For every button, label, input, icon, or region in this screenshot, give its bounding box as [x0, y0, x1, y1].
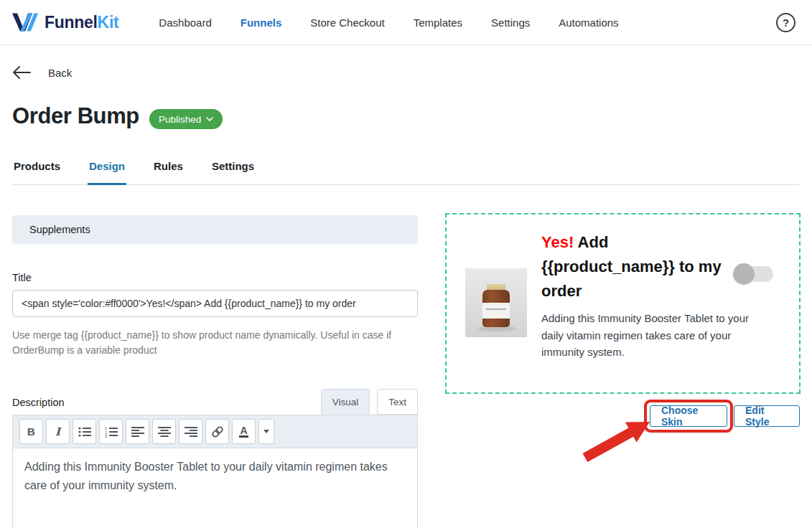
editor-toolbar: B I 123 A: [12, 415, 418, 448]
bold-icon: B: [27, 425, 35, 438]
funnelkit-logo-icon: [12, 11, 38, 33]
title-input[interactable]: [12, 290, 418, 317]
toggle-knob: [733, 263, 755, 285]
order-bump-preview: Yes! Add {{product_name}} to my order Ad…: [445, 213, 801, 394]
main-nav: Dashboard Funnels Store Checkout Templat…: [159, 16, 618, 29]
svg-text:3: 3: [105, 434, 107, 438]
description-header-row: Description Visual Text: [12, 389, 418, 415]
preview-text-block: Yes! Add {{product_name}} to my order Ad…: [541, 230, 784, 361]
text-color-icon: A: [239, 425, 248, 438]
supplement-bottle-graphic: [482, 290, 510, 327]
nav-item-settings[interactable]: Settings: [491, 16, 530, 29]
help-icon[interactable]: ?: [776, 13, 795, 32]
status-badge[interactable]: Published: [149, 109, 223, 129]
text-color-button[interactable]: A: [232, 419, 256, 444]
annotation-arrow-icon: [574, 410, 655, 465]
editor-tab-visual[interactable]: Visual: [321, 389, 370, 415]
design-form-panel: Supplements Title Use merge tag {{produc…: [12, 215, 418, 528]
align-left-button[interactable]: [126, 419, 149, 444]
align-left-icon: [131, 426, 144, 438]
link-icon: [211, 425, 224, 438]
description-field-label: Description: [12, 397, 65, 415]
title-help-text: Use merge tag {{product_name}} to show p…: [12, 328, 414, 357]
preview-description: Adding this Immunity Booster Tablet to y…: [541, 310, 767, 361]
align-center-icon: [158, 426, 171, 438]
title-field-label: Title: [12, 272, 418, 283]
numbered-list-icon: 123: [105, 426, 118, 438]
editor-mode-tabs: Visual Text: [321, 389, 418, 415]
product-section-header[interactable]: Supplements: [12, 215, 418, 244]
order-bump-design-page: FunnelKit Dashboard Funnels Store Checko…: [0, 0, 812, 528]
align-right-icon: [185, 426, 197, 438]
italic-button[interactable]: I: [46, 419, 70, 444]
nav-item-funnels[interactable]: Funnels: [241, 16, 282, 29]
tab-rules[interactable]: Rules: [152, 157, 185, 185]
tab-products[interactable]: Products: [12, 157, 62, 185]
section-tabs: Products Design Rules Settings: [12, 157, 800, 185]
tab-settings[interactable]: Settings: [210, 157, 256, 185]
nav-item-templates[interactable]: Templates: [414, 16, 462, 29]
nav-item-store-checkout[interactable]: Store Checkout: [310, 16, 384, 29]
chevron-down-icon: [206, 117, 213, 121]
bump-toggle-switch[interactable]: [734, 266, 773, 282]
bold-button[interactable]: B: [19, 419, 43, 444]
align-center-button[interactable]: [152, 419, 176, 444]
back-arrow-icon: [12, 66, 31, 79]
page-title: Order Bump: [12, 103, 139, 129]
italic-icon: I: [55, 425, 60, 438]
status-badge-label: Published: [159, 114, 201, 125]
description-editor[interactable]: Adding this Immunity Booster Tablet to y…: [12, 448, 418, 528]
back-button[interactable]: Back: [12, 66, 72, 79]
top-navigation: FunnelKit Dashboard Funnels Store Checko…: [0, 0, 812, 45]
numbered-list-button[interactable]: 123: [99, 419, 123, 444]
nav-item-automations[interactable]: Automations: [559, 16, 618, 29]
back-label: Back: [48, 67, 72, 79]
caret-down-icon: [263, 430, 269, 433]
funnelkit-logo-text: FunnelKit: [45, 13, 118, 32]
bulleted-list-icon: [78, 426, 91, 438]
edit-style-button[interactable]: Edit Style: [734, 405, 800, 427]
choose-skin-button[interactable]: Choose Skin: [650, 405, 727, 427]
tab-design[interactable]: Design: [88, 157, 126, 185]
toolbar-more-button[interactable]: [258, 419, 274, 444]
funnelkit-logo[interactable]: FunnelKit: [12, 11, 118, 33]
bulleted-list-button[interactable]: [73, 419, 96, 444]
nav-item-dashboard[interactable]: Dashboard: [159, 16, 211, 29]
align-right-button[interactable]: [179, 419, 202, 444]
product-image: [465, 268, 527, 337]
editor-tab-text[interactable]: Text: [377, 389, 418, 415]
link-button[interactable]: [205, 419, 229, 444]
